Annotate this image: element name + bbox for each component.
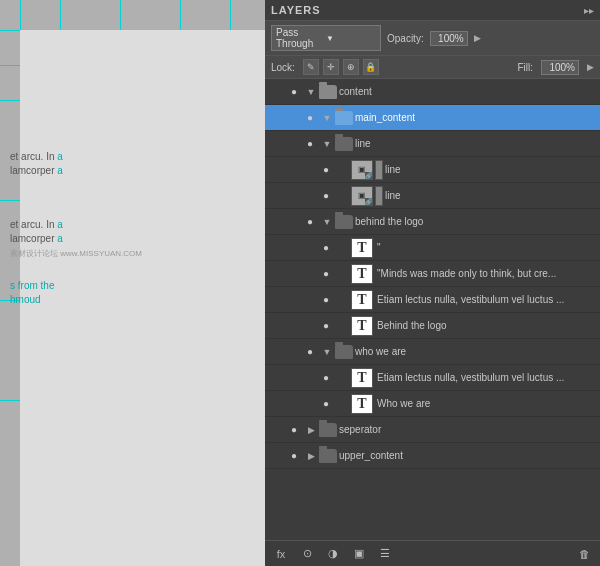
layer-thumbnail: T xyxy=(351,290,373,310)
expand-icon[interactable]: ▼ xyxy=(305,83,317,101)
panel-collapse-icon[interactable]: ▸▸ xyxy=(584,5,594,16)
expand-icon xyxy=(337,291,349,309)
layer-row[interactable]: ● T " xyxy=(265,235,600,261)
opacity-label: Opacity: xyxy=(387,33,424,44)
eye-icon[interactable]: ● xyxy=(301,135,319,153)
blend-mode-select[interactable]: Pass Through ▼ xyxy=(271,25,381,51)
expand-icon[interactable]: ▶ xyxy=(305,421,317,439)
expand-icon[interactable]: ▶ xyxy=(305,447,317,465)
blend-row: Pass Through ▼ Opacity: 100% ▶ xyxy=(265,21,600,56)
fill-label: Fill: xyxy=(517,62,533,73)
canvas-text-3: et arcu. In a xyxy=(10,219,63,230)
eye-icon[interactable]: ● xyxy=(317,265,335,283)
expand-icon[interactable]: ▼ xyxy=(321,213,333,231)
layer-row[interactable]: ● T Who we are xyxy=(265,391,600,417)
eye-icon[interactable]: ● xyxy=(317,187,335,205)
layer-row[interactable]: ● ▼ line xyxy=(265,131,600,157)
opacity-arrow[interactable]: ▶ xyxy=(474,33,481,43)
eye-icon[interactable]: ● xyxy=(317,317,335,335)
layer-name: line xyxy=(355,138,596,149)
layer-name: who we are xyxy=(355,346,596,357)
folder-icon xyxy=(335,137,353,151)
expand-icon xyxy=(337,161,349,179)
lock-icon-all[interactable]: 🔒 xyxy=(363,59,379,75)
eye-icon[interactable]: ● xyxy=(317,369,335,387)
layer-mask-thumb xyxy=(375,186,383,206)
lock-row: Lock: ✎ ✛ ⊕ 🔒 Fill: 100% ▶ xyxy=(265,56,600,79)
layer-row[interactable]: ● ▣ ⊙ line xyxy=(265,157,600,183)
layer-row[interactable]: ● T "Minds was made only to think, but c… xyxy=(265,261,600,287)
layer-thumbnail: T xyxy=(351,394,373,414)
canvas-content: et arcu. In a lamcorper a et arcu. In a … xyxy=(0,90,265,327)
fill-arrow[interactable]: ▶ xyxy=(587,62,594,72)
delete-layer-button[interactable]: 🗑 xyxy=(574,544,594,564)
eye-icon[interactable]: ● xyxy=(301,343,319,361)
canvas-text-4: lamcorper a xyxy=(10,233,63,244)
canvas-text-2: lamcorper a xyxy=(10,165,63,176)
eye-icon[interactable]: ● xyxy=(285,421,303,439)
opacity-input[interactable]: 100% xyxy=(430,31,468,46)
layers-list[interactable]: ● ▼ content ● ▼ main_content ● ▼ line ● … xyxy=(265,79,600,540)
layer-thumbnail: T xyxy=(351,264,373,284)
eye-icon[interactable]: ● xyxy=(317,395,335,413)
watermark: 素材设计论坛 www.MISSYUAN.COM xyxy=(10,248,255,259)
adjustment-button[interactable]: ◑ xyxy=(323,544,343,564)
panel-toolbar: fx ⊙ ◑ ▣ ☰ 🗑 xyxy=(265,540,600,566)
layer-row[interactable]: ● T Etiam lectus nulla, vestibulum vel l… xyxy=(265,287,600,313)
panel-header: LAYERS ▸▸ xyxy=(265,0,600,21)
new-layer-button[interactable]: ☰ xyxy=(375,544,395,564)
layer-thumbnail: T xyxy=(351,238,373,258)
folder-icon xyxy=(335,215,353,229)
layer-row[interactable]: ● ▼ content xyxy=(265,79,600,105)
layer-row[interactable]: ● ▼ behind the logo xyxy=(265,209,600,235)
layer-name: Etiam lectus nulla, vestibulum vel luctu… xyxy=(377,294,596,305)
layer-row[interactable]: ● T Etiam lectus nulla, vestibulum vel l… xyxy=(265,365,600,391)
layer-row[interactable]: ● ▣ ⊙ line xyxy=(265,183,600,209)
layer-name: upper_content xyxy=(339,450,596,461)
lock-icon-pixel[interactable]: ⊕ xyxy=(343,59,359,75)
expand-icon[interactable]: ▼ xyxy=(321,343,333,361)
layer-name: line xyxy=(385,190,596,201)
eye-icon[interactable]: ● xyxy=(317,291,335,309)
eye-icon[interactable]: ● xyxy=(285,83,303,101)
eye-icon[interactable]: ● xyxy=(285,447,303,465)
folder-icon xyxy=(319,423,337,437)
layer-name: main_content xyxy=(355,112,596,123)
layer-row[interactable]: ● ▶ seperator xyxy=(265,417,600,443)
expand-icon xyxy=(337,265,349,283)
layer-row[interactable]: ● T Behind the logo xyxy=(265,313,600,339)
canvas-text-1: et arcu. In a xyxy=(10,151,63,162)
fill-input[interactable]: 100% xyxy=(541,60,579,75)
canvas-text-5: s from the xyxy=(10,280,54,291)
layers-panel: LAYERS ▸▸ Pass Through ▼ Opacity: 100% ▶… xyxy=(265,0,600,566)
group-button[interactable]: ▣ xyxy=(349,544,369,564)
add-mask-button[interactable]: ⊙ xyxy=(297,544,317,564)
fx-button[interactable]: fx xyxy=(271,544,291,564)
canvas: et arcu. In a lamcorper a et arcu. In a … xyxy=(0,0,265,566)
layer-thumbnail: ▣ ⊙ xyxy=(351,160,373,180)
folder-icon xyxy=(319,449,337,463)
layer-name: Who we are xyxy=(377,398,596,409)
layer-row[interactable]: ● ▼ who we are xyxy=(265,339,600,365)
expand-icon[interactable]: ▼ xyxy=(321,135,333,153)
layer-name: Etiam lectus nulla, vestibulum vel luctu… xyxy=(377,372,596,383)
canvas-text-6: hmoud xyxy=(10,294,41,305)
eye-icon[interactable]: ● xyxy=(317,239,335,257)
eye-icon[interactable]: ● xyxy=(301,109,319,127)
layer-thumbnail: ▣ ⊙ xyxy=(351,186,373,206)
lock-icon-draw[interactable]: ✎ xyxy=(303,59,319,75)
folder-icon xyxy=(335,345,353,359)
layer-name: seperator xyxy=(339,424,596,435)
layer-row[interactable]: ● ▼ main_content xyxy=(265,105,600,131)
expand-icon[interactable]: ▼ xyxy=(321,109,333,127)
expand-icon xyxy=(337,369,349,387)
folder-icon xyxy=(319,85,337,99)
layer-row[interactable]: ● ▶ upper_content xyxy=(265,443,600,469)
eye-icon[interactable]: ● xyxy=(301,213,319,231)
eye-icon[interactable]: ● xyxy=(317,161,335,179)
lock-icon-move[interactable]: ✛ xyxy=(323,59,339,75)
layer-name: " xyxy=(377,242,596,253)
expand-icon xyxy=(337,239,349,257)
expand-icon xyxy=(337,187,349,205)
lock-icons: ✎ ✛ ⊕ 🔒 xyxy=(303,59,379,75)
